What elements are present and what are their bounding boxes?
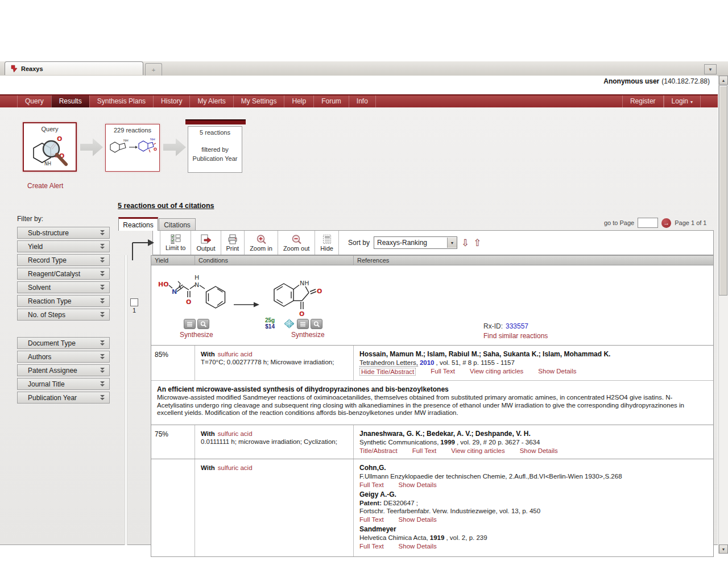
- filter-document-type[interactable]: Document Type: [17, 337, 110, 349]
- flow-step-229-reactions[interactable]: 229 reactions NH NH O: [105, 124, 160, 172]
- filter-yield[interactable]: Yield: [17, 240, 110, 252]
- show-details-link[interactable]: Show Details: [399, 543, 437, 550]
- price-quantity: 25g: [265, 318, 275, 324]
- filter-by-title: Filter by:: [17, 215, 43, 223]
- user-ip: (140.182.72.88): [661, 77, 710, 85]
- reagent-link[interactable]: sulfuric acid: [218, 430, 253, 437]
- list-icon: [187, 322, 193, 327]
- tab-list-button[interactable]: ▼: [704, 64, 717, 74]
- filter-reaction-type[interactable]: Reaction Type: [17, 295, 110, 307]
- filter-authors[interactable]: Authors: [17, 351, 110, 363]
- tab-reactions[interactable]: Reactions: [118, 217, 158, 231]
- reactant-search-button[interactable]: [197, 319, 209, 329]
- new-tab-button[interactable]: +: [145, 63, 162, 76]
- show-details-link[interactable]: Show Details: [520, 447, 558, 454]
- svg-text:NH: NH: [44, 161, 51, 167]
- full-text-link[interactable]: Full Text: [412, 447, 437, 454]
- sort-select[interactable]: Reaxys-Ranking ▼: [374, 236, 457, 249]
- nav-item-info[interactable]: Info: [349, 95, 376, 107]
- sort-descending-icon[interactable]: ⇩: [461, 238, 469, 248]
- filter-record-type[interactable]: Record Type: [17, 254, 110, 266]
- product-search-button[interactable]: [311, 319, 322, 329]
- hide-button[interactable]: Hide: [315, 231, 339, 255]
- scrollbar-thumb[interactable]: [719, 85, 727, 296]
- nav-item-results[interactable]: Results: [51, 95, 89, 107]
- sort-ascending-icon[interactable]: ⇧: [473, 238, 481, 248]
- commercial-availability-icon[interactable]: [284, 319, 295, 329]
- reagent-link[interactable]: sulfuric acid: [218, 464, 253, 471]
- product-details-button[interactable]: [297, 319, 309, 329]
- show-details-link[interactable]: Show Details: [399, 481, 437, 488]
- view-citing-articles-link[interactable]: View citing articles: [451, 447, 504, 454]
- svg-text:N: N: [195, 281, 199, 289]
- references-cell: Jnaneshwara, G. K.; Bedekar, A. V.; Desh…: [353, 425, 713, 459]
- show-details-link[interactable]: Show Details: [399, 516, 437, 523]
- filter-no-of-steps[interactable]: No. of Steps: [17, 309, 110, 321]
- create-alert-link[interactable]: Create Alert: [27, 182, 63, 190]
- nav-item-query[interactable]: Query: [17, 95, 51, 107]
- svg-text:NH: NH: [150, 138, 155, 141]
- filter-sub-structure[interactable]: Sub-structure: [17, 227, 110, 239]
- filter-label: Authors: [28, 353, 51, 361]
- full-text-link[interactable]: Full Text: [359, 481, 384, 488]
- tab-citations[interactable]: Citations: [159, 218, 196, 231]
- reference-links: Full Text Show Details: [359, 516, 708, 523]
- nav-item-my-settings[interactable]: My Settings: [233, 95, 284, 107]
- synthesize-link-reactant[interactable]: Synthesize: [180, 331, 213, 339]
- filter-label: Patent Assignee: [28, 367, 77, 375]
- zoom-out-button[interactable]: Zoom out: [278, 231, 315, 255]
- reagent-link[interactable]: sulfuric acid: [218, 351, 253, 357]
- scroll-down-button[interactable]: ▼: [719, 544, 728, 554]
- full-text-link[interactable]: Full Text: [359, 543, 384, 550]
- nav-item-register[interactable]: Register: [622, 95, 664, 107]
- rxid-value[interactable]: 333557: [506, 322, 528, 330]
- hide-title-abstract-link[interactable]: Hide Title/Abstract: [359, 368, 416, 376]
- print-button[interactable]: Print: [221, 231, 245, 255]
- browser-tab-reaxys[interactable]: Reaxys: [5, 61, 143, 75]
- view-citing-articles-link[interactable]: View citing articles: [470, 368, 523, 376]
- reactant-details-button[interactable]: [184, 319, 196, 329]
- goto-page-input[interactable]: [638, 218, 658, 228]
- vertical-scrollbar[interactable]: ▲ ▼: [718, 76, 728, 554]
- limit-to-button[interactable]: Limit to: [160, 231, 191, 255]
- year-link[interactable]: 2010: [420, 359, 435, 366]
- price-block: 25g $14: [265, 318, 275, 330]
- flow-step-filtered[interactable]: 5 reactions filtered by Publication Year: [188, 126, 242, 173]
- scroll-up-button[interactable]: ▲: [719, 76, 728, 85]
- nav-item-synthesis-plans[interactable]: Synthesis Plans: [89, 95, 153, 107]
- nav-right: Register Login▾: [622, 95, 701, 107]
- reference-authors: Cohn,G.: [359, 464, 708, 472]
- abstract-block: An efficient microwave-assisted synthesi…: [151, 380, 713, 425]
- filter-reagent-catalyst[interactable]: Reagent/Catalyst: [17, 268, 110, 280]
- synthesize-link-product[interactable]: Synthesize: [291, 331, 325, 339]
- find-similar-reactions-link[interactable]: Find similar reactions: [483, 332, 548, 340]
- nav-item-history[interactable]: History: [153, 95, 189, 107]
- title-abstract-link[interactable]: Title/Abstract: [359, 447, 398, 454]
- output-button[interactable]: Output: [191, 231, 221, 255]
- filter-journal-title[interactable]: Journal Title: [17, 378, 110, 390]
- flow-step-query[interactable]: Query O O NH: [23, 122, 77, 172]
- full-text-link[interactable]: Full Text: [431, 368, 455, 376]
- journal-link[interactable]: Tetrahedron Letters,: [359, 359, 418, 367]
- goto-page-button[interactable]: →: [661, 218, 671, 228]
- nav-item-login[interactable]: Login▾: [664, 95, 701, 107]
- nav-item-forum[interactable]: Forum: [313, 95, 349, 107]
- results-summary: 5 reactions out of 4 citations: [118, 202, 214, 210]
- filter-solvent[interactable]: Solvent: [17, 281, 110, 293]
- filter-patent-assignee[interactable]: Patent Assignee: [17, 364, 110, 376]
- svg-text:O: O: [57, 135, 62, 143]
- filter-label: Reaction Type: [28, 297, 72, 305]
- column-conditions: Conditions: [195, 256, 353, 265]
- nav-item-help[interactable]: Help: [284, 95, 313, 107]
- column-yield: Yield: [151, 256, 195, 265]
- show-details-link[interactable]: Show Details: [538, 368, 576, 376]
- reference-links: Hide Title/Abstract Full Text View citin…: [359, 368, 708, 376]
- conditions-cell: Withsulfuric acid 0.0111111 h; microwave…: [195, 425, 353, 459]
- zoom-in-button[interactable]: Zoom in: [245, 231, 278, 255]
- filter-publication-year[interactable]: Publication Year: [17, 392, 110, 404]
- reaction-checkbox[interactable]: [130, 298, 138, 306]
- print-icon: [227, 234, 238, 244]
- references-cell: Hossain, Mamun M.; Islam, Rabiul M.; Sah…: [353, 346, 713, 380]
- nav-item-my-alerts[interactable]: My Alerts: [189, 95, 233, 107]
- full-text-link[interactable]: Full Text: [359, 516, 384, 523]
